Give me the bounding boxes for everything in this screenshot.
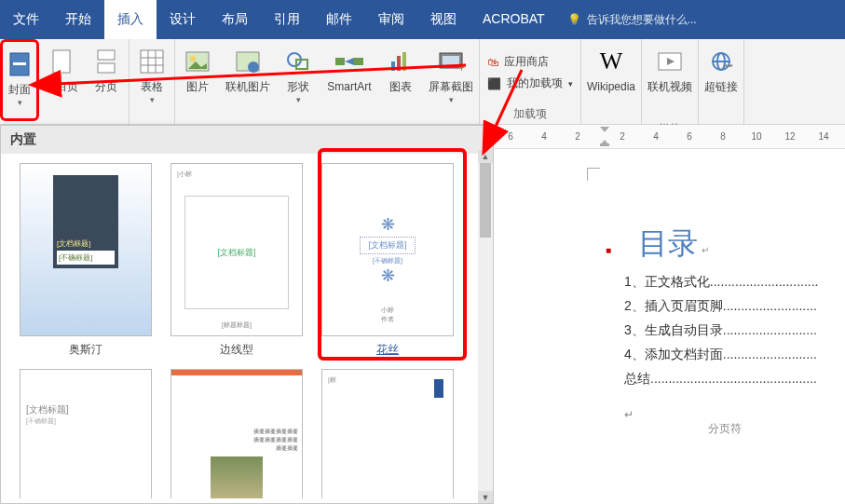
ornament-icon: ❋ — [381, 266, 395, 286]
tab-acrobat[interactable]: ACROBAT — [470, 0, 558, 39]
toc-line: 总结......................................… — [624, 371, 826, 388]
chart-label: 图表 — [389, 80, 412, 93]
toc-line: 1、正文格式化.............................. — [624, 274, 826, 291]
tab-insert[interactable]: 插入 — [104, 0, 157, 39]
document-area: 6 4 2 2 4 6 8 10 12 14 16 ■ 目录 ↵ 1、正文格式化… — [494, 125, 845, 504]
online-pictures-label: 联机图片 — [225, 80, 270, 93]
my-addins-label: 我的加载项 — [507, 75, 563, 91]
gallery-item-austin[interactable]: [文档标题] [不确标题] 奥斯汀 — [10, 163, 161, 358]
cover-preview: |小标 [文档标题] [标题标题] — [170, 163, 303, 336]
gallery-scrollbar[interactable]: ▲ ▼ — [478, 150, 493, 504]
table-label: 表格 — [141, 80, 163, 93]
ruler-tick: 10 — [745, 131, 768, 142]
gallery-caption: 边线型 — [220, 342, 253, 358]
store-icon: 🛍 — [487, 56, 498, 69]
tab-references[interactable]: 引用 — [261, 0, 313, 39]
ruler-tick: 6 — [499, 131, 522, 142]
horizontal-ruler[interactable]: 6 4 2 2 4 6 8 10 12 14 16 — [494, 125, 845, 149]
screenshot-button[interactable]: + 屏幕截图 ▾ — [423, 39, 479, 121]
scrollbar-thumb[interactable] — [480, 163, 491, 238]
gallery-item-sideline[interactable]: |小标 [文档标题] [标题标题] 边线型 — [161, 163, 312, 358]
tab-layout[interactable]: 布局 — [209, 0, 261, 39]
shapes-label: 形状 — [287, 80, 309, 93]
preview-title: [文档标题] — [26, 403, 69, 416]
page-break-button[interactable]: 分页 — [84, 39, 129, 121]
hyperlink-label: 超链接 — [704, 80, 738, 93]
group-addins-label: 加载项 — [480, 106, 580, 124]
gallery-grid: [文档标题] [不确标题] 奥斯汀 |小标 [文档标题] [标题标题] 边线型 … — [1, 154, 493, 498]
store-button[interactable]: 🛍 应用商店 — [487, 54, 573, 70]
gallery-item-motion[interactable]: |标 [文档标题] [标题副标] — [312, 369, 463, 498]
tell-me-label: 告诉我您想要做什么... — [587, 12, 697, 28]
scroll-down-icon[interactable]: ▼ — [478, 491, 493, 504]
svg-point-11 — [190, 56, 196, 61]
online-pictures-button[interactable]: 联机图片 — [220, 39, 276, 121]
svg-marker-30 — [600, 127, 609, 132]
video-icon — [657, 43, 683, 80]
table-icon — [139, 43, 165, 80]
table-button[interactable]: 表格 ▾ — [129, 39, 174, 121]
shapes-button[interactable]: 形状 ▾ — [276, 39, 320, 121]
gallery-item-grid[interactable]: 摘要摘要摘要摘要摘要摘要摘要摘要摘要摘要 [文档标题] [标题副标] — [161, 369, 312, 498]
preview-title: [文档标题] — [57, 238, 115, 249]
chevron-down-icon: ▾ — [150, 95, 155, 104]
chart-icon — [389, 43, 412, 80]
preview-subtitle: [不确标题] — [57, 251, 115, 265]
tab-design[interactable]: 设计 — [157, 0, 209, 39]
svg-rect-21 — [402, 52, 406, 71]
gallery-caption: 花丝 — [376, 342, 399, 358]
cover-preview: [文档标题] [不确标题] — [20, 369, 152, 498]
screenshot-icon: + — [438, 43, 464, 80]
blank-page-label: 空白页 — [45, 80, 78, 93]
pictures-label: 图片 — [186, 80, 209, 93]
svg-text:+: + — [458, 61, 465, 75]
my-addins-button[interactable]: ⬛ 我的加载项 ▾ — [487, 75, 573, 91]
tab-view[interactable]: 视图 — [417, 0, 470, 39]
preview-subtitle: [不确标题] — [373, 256, 402, 266]
wikipedia-button[interactable]: W Wikipedia — [581, 39, 641, 121]
svg-rect-23 — [443, 56, 459, 65]
online-video-label: 联机视频 — [647, 80, 692, 93]
cover-page-button[interactable]: 封面 ▾ — [0, 39, 39, 121]
gallery-item-facet[interactable]: [文档标题] [不确标题] — [10, 369, 161, 498]
pictures-button[interactable]: 图片 — [175, 39, 220, 121]
addins-icon: ⬛ — [487, 77, 501, 90]
cover-preview: |标 [文档标题] [标题副标] — [321, 369, 454, 498]
wikipedia-icon: W — [600, 43, 623, 80]
online-video-button[interactable]: 联机视频 — [642, 39, 698, 121]
chevron-down-icon: ▾ — [296, 95, 301, 104]
tell-me-search[interactable]: 💡 告诉我您想要做什么... — [558, 0, 706, 39]
toc-field-marker: ■ — [606, 245, 611, 255]
ruler-tick: 2 — [566, 131, 589, 142]
svg-rect-2 — [53, 50, 70, 73]
svg-rect-4 — [98, 63, 115, 73]
tab-home[interactable]: 开始 — [52, 0, 104, 39]
store-label: 应用商店 — [504, 54, 549, 70]
chevron-down-icon: ▾ — [18, 98, 22, 107]
document-page[interactable]: ■ 目录 ↵ 1、正文格式化..........................… — [494, 149, 845, 504]
lightbulb-icon: 💡 — [567, 13, 581, 26]
ruler-tick: 4 — [645, 131, 667, 142]
gallery-item-silk[interactable]: ❋ [文档标题] [不确标题] ❋ 小标作者 花丝 — [312, 163, 463, 358]
ruler-tick: 2 — [611, 131, 634, 142]
smartart-label: SmartArt — [327, 80, 371, 93]
hyperlink-button[interactable]: 超链接 — [699, 39, 743, 121]
page-break-icon — [96, 43, 116, 80]
picture-icon — [184, 43, 211, 80]
blank-page-button[interactable]: 空白页 — [39, 39, 84, 121]
chart-button[interactable]: 图表 — [378, 39, 423, 121]
svg-rect-19 — [391, 61, 395, 71]
toc-line: 3、生成自动目录.......................... — [624, 322, 826, 339]
cover-page-icon — [8, 46, 31, 83]
gallery-section-header: 内置 — [1, 126, 493, 154]
tab-mailings[interactable]: 邮件 — [313, 0, 365, 39]
indent-marker-icon[interactable] — [600, 127, 609, 145]
chevron-down-icon: ▾ — [449, 95, 454, 104]
tab-bar: 文件 开始 插入 设计 布局 引用 邮件 审阅 视图 ACROBAT 💡 告诉我… — [0, 0, 845, 39]
tab-review[interactable]: 审阅 — [365, 0, 417, 39]
preview-title: [文档标题] — [360, 237, 415, 254]
tab-file[interactable]: 文件 — [0, 0, 52, 39]
smartart-button[interactable]: SmartArt — [320, 39, 378, 121]
cover-preview: [文档标题] [不确标题] — [20, 163, 152, 336]
scroll-up-icon[interactable]: ▲ — [478, 150, 493, 163]
